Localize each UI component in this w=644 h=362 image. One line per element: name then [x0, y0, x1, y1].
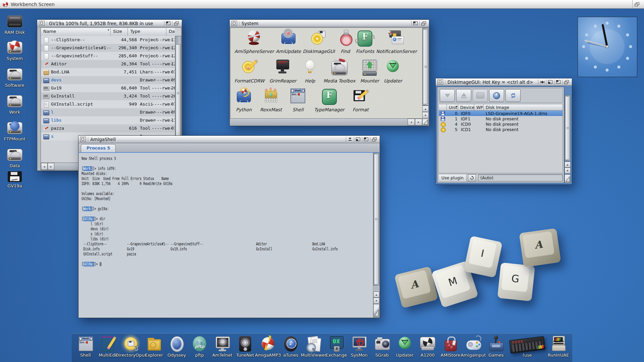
- zoom-gadget[interactable]: [554, 79, 562, 85]
- table-row[interactable]: devsDrawer----rwe-09: [41, 76, 175, 84]
- dock-item-amigaamp3[interactable]: AmigaAMP3: [258, 336, 278, 358]
- system-titlebar[interactable]: System: [230, 20, 429, 27]
- column-header-wp[interactable]: WP: [474, 104, 484, 110]
- table-row[interactable]: 5ICD1No disk present: [439, 127, 562, 132]
- depth-gadget[interactable]: [562, 79, 570, 85]
- table-row[interactable]: --GrapevineStuff--285,640Project----rwe-…: [41, 52, 175, 60]
- close-icon[interactable]: [80, 137, 86, 142]
- system-icon-find[interactable]: Find: [337, 29, 354, 54]
- system-icon-python[interactable]: Python: [235, 87, 253, 112]
- desktop-icon-system[interactable]: System: [2, 39, 28, 61]
- scroll-down-icon[interactable]: ▾: [373, 298, 379, 304]
- scroll-up-icon[interactable]: ▴: [422, 106, 429, 112]
- dock-item-odyssey[interactable]: Odyssey: [166, 336, 187, 358]
- system-icon-diskimagegui[interactable]: DiskImageGUI: [303, 29, 335, 54]
- system-icon-amiupdate[interactable]: AmiUpdate: [276, 29, 301, 54]
- desktop-icon-ftpmount[interactable]: FTPMount: [2, 119, 28, 141]
- dock-item-sgrab[interactable]: SGrab: [372, 336, 392, 358]
- dock-item-sysmon[interactable]: SysMon: [349, 336, 370, 358]
- tab-process-5[interactable]: Process 5: [81, 144, 116, 152]
- dock-item-multiviewer[interactable]: MultiViewer: [303, 336, 324, 358]
- zoom-gadget[interactable]: [362, 137, 370, 142]
- desktop-icon-software[interactable]: Software: [2, 66, 28, 88]
- table-row[interactable]: 4ICD0No disk present: [439, 121, 562, 127]
- table-row[interactable]: 1IDF1No disk present: [439, 116, 562, 121]
- column-header-size[interactable]: Size: [111, 28, 128, 36]
- scroll-left-icon[interactable]: ◂: [41, 163, 48, 170]
- table-row[interactable]: --ClipStore--44,568Project----rwe-11: [41, 36, 175, 44]
- zoom-gadget[interactable]: [164, 21, 172, 26]
- plugin-cycle-button[interactable]: [468, 174, 476, 181]
- dock-item-amistore[interactable]: AMIStore: [440, 336, 461, 358]
- column-header-diskimage[interactable]: Disk Image: [484, 104, 562, 110]
- system-icon-grimreaper[interactable]: GrimReaper: [269, 59, 297, 83]
- dock-item-atunes[interactable]: ♪aTunes: [280, 336, 301, 358]
- screen-titlebar[interactable]: Workbench Screen: [0, 0, 644, 9]
- dock-item-games[interactable]: Games: [486, 336, 506, 358]
- table-row[interactable]: Bod.LHA7,451Lharc----rwe-07: [41, 68, 175, 76]
- desktop-icon-data[interactable]: Data: [2, 146, 28, 168]
- table-row[interactable]: GVInstall.script949Ascii----rwe-07: [41, 100, 175, 108]
- system-icon-typemanager[interactable]: FTypeManager: [314, 87, 344, 112]
- close-icon[interactable]: [231, 21, 237, 26]
- table-row[interactable]: GvInstall3,424Tool----rwe-26: [41, 92, 175, 100]
- system-icon-fixfonts[interactable]: FFixFonts: [356, 29, 374, 54]
- resize-handle[interactable]: [565, 174, 571, 183]
- system-icon-format[interactable]: Format: [352, 87, 369, 112]
- scroll-down-icon[interactable]: ▾: [565, 168, 571, 174]
- clock-widget[interactable]: [578, 17, 637, 77]
- write-protect-button[interactable]: [473, 89, 488, 102]
- settings-button[interactable]: [489, 89, 504, 102]
- close-icon[interactable]: [437, 79, 443, 84]
- table-row[interactable]: Gv1966,040Tool----rwe-26: [41, 84, 175, 92]
- desktop-icon-gv19a[interactable]: GV19a: [2, 168, 28, 188]
- system-icon-formatcdrw[interactable]: FormatCDRW: [234, 59, 265, 83]
- column-header-unit[interactable]: Unit▾: [447, 104, 458, 110]
- resize-handle[interactable]: [422, 119, 429, 125]
- column-header-device[interactable]: Device: [458, 104, 474, 110]
- scroll-up-icon[interactable]: ▴: [565, 162, 571, 168]
- system-icon-mounter[interactable]: Mounter: [360, 59, 379, 83]
- dock-item-fuse[interactable]: FUSEfuse: [508, 336, 546, 358]
- table-row[interactable]: 0IDF0LSD-Grapevine19-AGA-1.dms: [439, 111, 562, 116]
- system-icon-notificationserver[interactable]: iNotificationServer: [376, 29, 417, 54]
- column-header-name[interactable]: Name▾: [41, 28, 111, 36]
- dock-item-directoryopus[interactable]: 5DirectoryOpus: [121, 336, 142, 358]
- resize-handle[interactable]: [373, 304, 379, 317]
- system-icon-media-toolbox[interactable]: Media Toolbox: [323, 59, 355, 83]
- desktop-icon-ram-disk[interactable]: RAM Disk: [2, 13, 28, 35]
- shell-titlebar[interactable]: AmigaShell: [78, 136, 380, 143]
- table-row[interactable]: --GrapevineArticles#1--296,340Project---…: [41, 44, 175, 52]
- insert-image-button[interactable]: [440, 89, 455, 102]
- column-header-type[interactable]: Type: [128, 28, 166, 36]
- dock-item-exchange[interactable]: OXAExchange: [326, 336, 347, 358]
- column-header-date[interactable]: Da: [166, 28, 175, 36]
- table-row[interactable]: libsDrawer----rwe-11: [41, 116, 175, 124]
- scroll-left-icon[interactable]: ◂: [408, 119, 415, 125]
- scroll-down-icon[interactable]: ▾: [422, 112, 429, 118]
- dock-item-tunenet[interactable]: TuneNet: [235, 336, 256, 358]
- system-icon-amisphereserver[interactable]: AmiSphereServer: [234, 29, 274, 54]
- system-hscrollbar[interactable]: ◂ ▸: [230, 118, 422, 125]
- system-icon-shell[interactable]: ShellOS4:Shell: [289, 87, 307, 112]
- system-icon-rexxmast[interactable]: RexxMast: [260, 87, 282, 112]
- dock-item-amtelnet[interactable]: AmTelnet: [212, 336, 233, 358]
- desktop-icon-work[interactable]: Work: [2, 93, 28, 115]
- shell-terminal[interactable]: New Shell process 5 [Work:]> info idf0:M…: [79, 153, 373, 317]
- dock-item-a1200[interactable]: A1200: [417, 336, 438, 358]
- shell-vscrollbar[interactable]: [373, 153, 379, 286]
- use-plugin-button[interactable]: Use plugin: [439, 174, 467, 181]
- iconify-gadget[interactable]: [346, 137, 354, 142]
- table-row[interactable]: Aditor26,304Tool----rwe-12: [41, 60, 175, 68]
- scroll-up-icon[interactable]: ▴: [373, 292, 379, 298]
- iconify-gadget[interactable]: [538, 79, 546, 85]
- shrink-gadget[interactable]: [354, 137, 362, 142]
- screen-depth-gadget[interactable]: [632, 0, 641, 8]
- close-icon[interactable]: [39, 21, 45, 26]
- dock-item-pftp[interactable]: pftppftp: [189, 336, 210, 358]
- depth-gadget[interactable]: [370, 137, 378, 142]
- dock-item-amigainput[interactable]: AmigaInput: [463, 336, 484, 358]
- dock-item-shell[interactable]: ShellOS4:Shell: [75, 336, 96, 358]
- scroll-right-icon[interactable]: ▸: [48, 163, 54, 170]
- depth-gadget[interactable]: [172, 21, 180, 26]
